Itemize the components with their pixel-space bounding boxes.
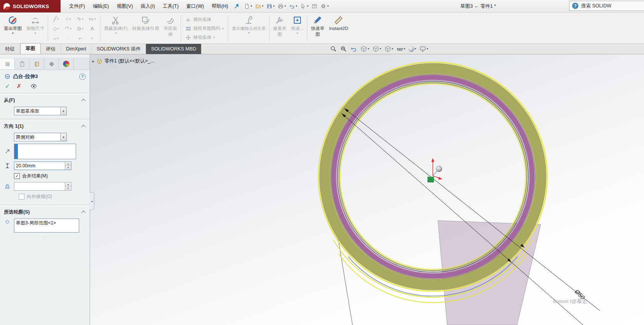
view-settings-caret[interactable]: ▾ [427,47,428,50]
rapid-sketch-button[interactable]: 快速草 图 [309,14,327,43]
display-style-caret[interactable]: ▾ [392,47,393,50]
hide-show-caret[interactable]: ▾ [404,47,405,50]
tab-display-manager[interactable] [59,58,74,70]
depth-spinbox[interactable]: 20.00mm ▲ ▼ [14,162,71,170]
point-tool-button[interactable]: · [62,33,74,43]
ellipse-tool-caret[interactable]: ▾ [82,27,83,30]
linear-sketch-pattern-button[interactable]: 线性草图阵列 ▾ [184,25,225,33]
spin-up-icon[interactable]: ▲ [65,162,71,166]
text-tool-button[interactable]: A [86,24,98,33]
search-input[interactable]: 搜索 SOLIDW [581,3,611,9]
offset-entities-button[interactable]: 等距实 体 [161,14,180,43]
rapid-snap-caret[interactable]: ▾ [297,32,298,35]
rectangle-tool-button[interactable]: ▭▾ [86,14,98,24]
view-orientation-caret[interactable]: ▾ [380,47,381,50]
zoom-to-area-button[interactable] [339,45,348,53]
chevron-up-icon[interactable] [81,99,85,103]
fillet-tool-button[interactable]: ⌐ [74,33,86,43]
menu-insert[interactable]: 插入(I) [137,0,159,12]
exit-sketch-caret[interactable]: ▾ [12,32,14,35]
chevron-up-icon[interactable] [81,125,85,129]
contour-item[interactable]: 草图3-局部范围<1> [16,220,56,226]
previous-view-button[interactable] [349,45,358,53]
ellipse-tool-button[interactable]: ⊙▾ [74,24,86,33]
move-entities-button[interactable]: 移动实体 ▾ [184,34,225,42]
merge-result-row[interactable]: ✓ 合并结果(M) [0,171,90,181]
spin-up-icon[interactable]: ▲ [65,182,71,186]
cancel-button[interactable]: ✗ [17,83,22,90]
tab-sketch[interactable]: 草图 [20,43,41,54]
tab-dimxpert[interactable]: DimXpert [61,44,92,54]
instant2d-button[interactable]: Instant2D [327,14,351,43]
display-delete-relations-caret[interactable]: ▾ [248,31,250,35]
menu-window[interactable]: 窗口(W) [182,0,208,12]
spin-down-icon[interactable]: ▼ [65,186,71,191]
ok-button[interactable]: ✓ [5,83,10,90]
from-plane-select[interactable]: 草图基准面 ▾ [14,107,67,115]
draft-icon-wrap[interactable] [3,183,12,189]
tab-dimxpert-manager[interactable] [44,58,59,70]
spin-down-icon[interactable]: ▼ [65,166,71,170]
select-caret[interactable]: ▾ [307,5,309,8]
extrude-preview-ring[interactable] [325,68,541,285]
new-document-caret[interactable]: ▾ [251,5,252,8]
body-ring-purple[interactable] [333,77,532,276]
draft-outward-row[interactable]: 向外拔模(O) [0,192,90,202]
undo-caret[interactable]: ▾ [296,5,297,8]
open-caret[interactable]: ▾ [262,5,264,8]
zoom-fit-button[interactable] [329,45,338,53]
draft-spinner[interactable]: ▲ ▼ [65,182,71,190]
tab-feature-tree[interactable] [0,58,15,70]
panel-splitter[interactable]: ······ [0,54,90,58]
tab-features[interactable]: 特征 [0,44,20,54]
options-button[interactable]: ▾ [319,2,330,10]
menu-help[interactable]: 帮助(H) [208,0,232,12]
view-orientation-button[interactable]: ▾ [371,45,382,53]
edit-appearance-button[interactable]: ▾ [408,45,417,53]
depth-spinner[interactable]: ▲ ▼ [65,162,71,170]
tab-solidworks-addins[interactable]: SOLIDWORKS 插件 [92,44,146,54]
appearance-caret[interactable]: ▾ [415,47,416,50]
arc-tool-caret[interactable]: ▾ [70,27,71,30]
rebuild-button[interactable] [311,2,318,10]
view-settings-button[interactable]: ▾ [418,45,429,53]
line-tool-button[interactable]: ╱▾ [50,14,62,24]
from-plane-dropdown-icon[interactable]: ▾ [60,107,66,115]
new-document-button[interactable]: ▾ [243,2,253,10]
trim-entities-button[interactable]: 剪裁实体(T) ▾ [102,14,130,43]
graphics-viewport[interactable]: ▸ 零件1 (默认<<默认>_... [90,54,644,325]
merge-result-checkbox[interactable]: ✓ [14,173,20,179]
help-icon[interactable]: ? [572,3,578,9]
slot-tool-caret[interactable]: ▾ [57,37,59,40]
select-button[interactable]: ▾ [299,2,309,10]
line-tool-caret[interactable]: ▾ [57,17,59,20]
direction1-section-header[interactable]: 方向 1(1) [0,120,90,132]
feature-tree-flyout[interactable]: ▸ 零件1 (默认<<默认>_... [92,58,154,64]
selected-contours-section-header[interactable]: 所选轮廓(S) [0,206,90,217]
open-button[interactable]: ▾ [254,2,264,10]
direction-reference-input[interactable] [14,144,76,159]
menu-file[interactable]: 文件(F) [65,0,89,12]
convert-entities-button[interactable]: 转换实体引用 [130,14,161,43]
end-condition-dropdown-icon[interactable]: ▾ [60,133,66,141]
display-delete-relations-button[interactable]: 显示/删除几何关系 ▾ [229,14,268,43]
rectangle-tool-caret[interactable]: ▾ [94,17,96,20]
tab-evaluate[interactable]: 评估 [41,44,61,54]
circle-tool-caret[interactable]: ▾ [69,17,71,20]
menu-view[interactable]: 视图(V) [113,0,137,12]
undo-button[interactable]: ▾ [288,2,298,10]
circle-tool-button[interactable]: ○▾ [62,14,74,24]
display-style-button[interactable]: ▾ [384,45,394,53]
move-entities-caret[interactable]: ▾ [213,36,215,39]
from-section-header[interactable]: 从(F) [0,94,90,106]
menu-tools[interactable]: 工具(T) [159,0,182,12]
tab-property-manager[interactable] [15,58,30,70]
smart-dimension-button[interactable]: 智能尺寸 ▾ [24,14,47,43]
origin-triad[interactable] [428,158,443,182]
tab-configurations[interactable] [30,58,44,70]
tab-solidworks-mbd[interactable]: SOLIDWORKS MBD [146,44,201,54]
arc-tool-button[interactable]: ◠▾ [62,24,74,33]
panel-collapse-handle[interactable]: ◂ [90,192,94,210]
menu-edit[interactable]: 编辑(E) [89,0,113,12]
spline-tool-button[interactable]: ∿▾ [74,14,86,24]
